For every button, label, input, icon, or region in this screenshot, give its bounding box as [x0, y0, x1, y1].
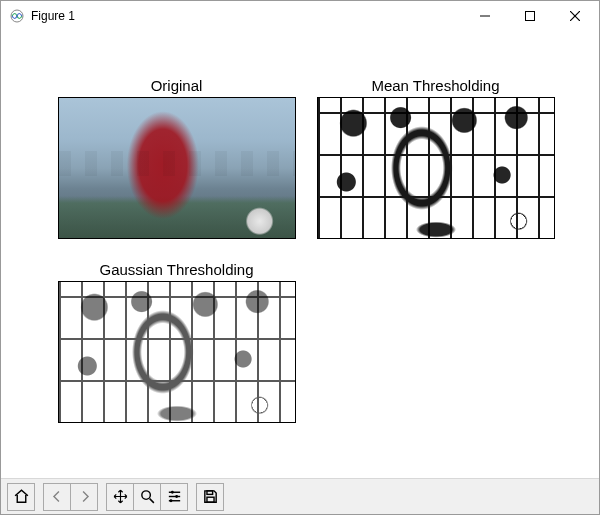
home-button[interactable]: [7, 483, 35, 511]
figure-canvas: Original Mean Thresholding Gaussian Thre…: [1, 31, 599, 478]
titlebar: Figure 1: [1, 1, 599, 31]
svg-rect-2: [525, 12, 534, 21]
svg-point-5: [141, 491, 150, 500]
matplotlib-toolbar: [1, 478, 599, 514]
forward-button[interactable]: [70, 483, 98, 511]
svg-point-11: [175, 495, 178, 498]
subplot-mean-threshold: Mean Thresholding: [315, 77, 556, 239]
image-mean-threshold: [317, 97, 555, 239]
zoom-button[interactable]: [133, 483, 161, 511]
pan-button[interactable]: [106, 483, 134, 511]
subplot-gaussian-threshold: Gaussian Thresholding: [56, 261, 297, 423]
configure-subplots-button[interactable]: [160, 483, 188, 511]
minimize-button[interactable]: [462, 2, 507, 30]
subplot-empty: [315, 261, 556, 423]
save-button[interactable]: [196, 483, 224, 511]
app-icon: [9, 8, 25, 24]
svg-rect-14: [206, 497, 213, 502]
image-original: [58, 97, 296, 239]
svg-point-10: [170, 491, 173, 494]
svg-rect-13: [206, 491, 212, 495]
svg-line-6: [149, 499, 153, 503]
subplot-original: Original: [56, 77, 297, 239]
subplot-grid: Original Mean Thresholding Gaussian Thre…: [56, 77, 556, 423]
subplot-title: Original: [151, 77, 203, 94]
window-title: Figure 1: [31, 9, 75, 23]
maximize-button[interactable]: [507, 2, 552, 30]
back-button[interactable]: [43, 483, 71, 511]
subplot-title: Mean Thresholding: [371, 77, 499, 94]
image-gaussian-threshold: [58, 281, 296, 423]
svg-point-12: [169, 499, 172, 502]
subplot-title: Gaussian Thresholding: [100, 261, 254, 278]
close-button[interactable]: [552, 2, 597, 30]
